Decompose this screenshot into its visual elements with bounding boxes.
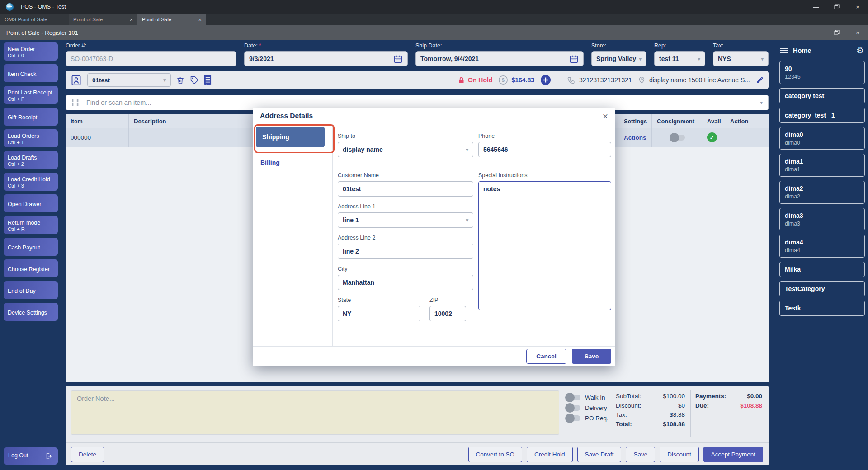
gear-icon[interactable]: ⚙	[856, 46, 864, 55]
calendar-icon[interactable]	[569, 54, 579, 64]
close-icon[interactable]: ×	[847, 0, 868, 14]
edit-address-button[interactable]	[756, 76, 764, 84]
credit-hold-button[interactable]: Credit Hold	[527, 446, 573, 462]
po-req-toggle[interactable]	[566, 415, 580, 421]
sidebar-button-load-drafts[interactable]: Load DraftsCtrl + 2	[4, 151, 58, 169]
column-header-item: Item	[66, 114, 129, 128]
category-card-dima2[interactable]: dima2dima2	[779, 181, 865, 204]
sidebar-button-open-drawer[interactable]: Open Drawer	[4, 194, 58, 212]
restore-icon[interactable]	[826, 25, 847, 40]
walk-in-toggle[interactable]	[566, 395, 580, 400]
balance-value: $164.83	[511, 76, 534, 84]
walk-in-toggle-row: Walk In	[566, 394, 610, 401]
state-field: State	[338, 297, 420, 321]
date-input[interactable]: 9/3/2021	[244, 51, 408, 66]
tab-close-icon[interactable]: ×	[129, 16, 133, 23]
category-card-category-test-1[interactable]: category_test _1	[779, 108, 865, 123]
cancel-button[interactable]: Cancel	[526, 349, 566, 364]
sidebar-button-print-last-receipt[interactable]: Print Last ReceiptCtrl + P	[4, 86, 58, 104]
sidebar-button-new-order[interactable]: New OrderCtrl + 0	[4, 42, 58, 61]
accept-payment-button[interactable]: Accept Payment	[703, 446, 763, 462]
receipt-button[interactable]	[204, 75, 212, 85]
discount-button[interactable]: Discount	[660, 446, 699, 462]
register-title: Point of Sale - Register 101	[6, 29, 78, 36]
rep-select[interactable]: test 11▾	[654, 51, 705, 66]
tag-button[interactable]	[190, 75, 199, 85]
chevron-down-icon[interactable]: ▾	[760, 100, 763, 106]
category-card-testk[interactable]: Testk	[779, 301, 865, 316]
customer-card-button[interactable]	[70, 74, 82, 86]
chevron-down-icon: ▾	[761, 56, 764, 62]
phone-value: 321231321321321	[579, 76, 632, 84]
customer-select[interactable]: 01test ▾	[87, 73, 171, 87]
consignment-toggle[interactable]	[670, 135, 685, 141]
button-shortcut: Ctrl + 2	[8, 161, 54, 168]
sidebar-button-gift-receipt[interactable]: Gift Receipt	[4, 108, 58, 126]
save-draft-button[interactable]: Save Draft	[577, 446, 622, 462]
item-search-input[interactable]	[86, 99, 755, 106]
zip-input[interactable]	[429, 306, 466, 321]
calendar-icon[interactable]	[393, 54, 403, 64]
ship-date-input[interactable]: Tomorrow, 9/4/2021	[415, 51, 584, 66]
category-card-90[interactable]: 9012345	[779, 61, 865, 84]
delete-order-button[interactable]	[176, 75, 185, 85]
convert-to-so-button[interactable]: Convert to SO	[468, 446, 523, 462]
sidebar-button-load-orders[interactable]: Load OrdersCtrl + 1	[4, 129, 58, 147]
tab-billing[interactable]: Billing	[260, 159, 280, 166]
divider	[478, 165, 611, 165]
sidebar-button-choose-register[interactable]: Choose Register	[4, 259, 58, 277]
logout-button[interactable]: Log Out	[4, 447, 58, 465]
sidebar-button-cash-payout[interactable]: Cash Payout	[4, 238, 58, 256]
delivery-toggle[interactable]	[566, 405, 580, 411]
delivery-toggle-row: Delivery	[566, 404, 610, 411]
order-number-input[interactable]: SO-0047063-D	[66, 51, 236, 66]
store-select[interactable]: Spring Valley▾	[591, 51, 646, 66]
sidebar-button-device-settings[interactable]: Device Settings	[4, 303, 58, 321]
sidebar-button-return-mode[interactable]: Return modeCtrl + R	[4, 216, 58, 234]
sidebar-button-end-of-day[interactable]: End of Day	[4, 281, 58, 299]
sidebar-button-item-check[interactable]: Item Check	[4, 64, 58, 82]
minimize-icon[interactable]: —	[806, 25, 826, 40]
special-instructions-input[interactable]: notes	[478, 181, 611, 310]
category-card-dima0[interactable]: dima0dima0	[779, 127, 865, 150]
totals-block: SubTotal:$100.00 Discount:$0 Tax:$8.88 T…	[610, 390, 690, 437]
ship-to-select[interactable]: display name ▾	[338, 142, 473, 157]
sidebar-button-load-credit-hold[interactable]: Load Credit HoldCtrl + 3	[4, 173, 58, 191]
add-payment-button[interactable]	[540, 75, 551, 85]
category-card-milka[interactable]: Milka	[779, 262, 865, 277]
address-line-2-input[interactable]	[338, 244, 473, 259]
delete-button[interactable]: Delete	[71, 446, 104, 462]
category-sidebar-header: Home ⚙	[779, 44, 865, 61]
order-note-input[interactable]	[71, 390, 559, 435]
category-card-dima1[interactable]: dima1dima1	[779, 154, 865, 177]
tab-oms-point-of-sale[interactable]: OMS Point of Sale	[0, 14, 69, 25]
phone-input[interactable]	[478, 142, 611, 157]
category-card-dima3[interactable]: dima3dima3	[779, 208, 865, 231]
minimize-icon[interactable]: —	[806, 0, 826, 14]
button-shortcut: Ctrl + P	[8, 96, 54, 103]
tab-point-of-sale-2-active[interactable]: Point of Sale ×	[137, 14, 206, 25]
button-label: Choose Register	[8, 266, 50, 273]
close-icon[interactable]: ×	[847, 25, 868, 40]
category-card-dima4[interactable]: dima4dima4	[779, 235, 865, 258]
actions-link[interactable]: Actions	[624, 134, 646, 141]
dollar-circle-icon: $	[498, 75, 508, 85]
close-icon[interactable]: ×	[603, 111, 608, 121]
restore-icon[interactable]	[826, 0, 847, 14]
customer-name-input[interactable]	[338, 181, 473, 197]
toggle-label: Walk In	[585, 394, 605, 401]
state-input[interactable]	[338, 306, 420, 321]
tab-close-icon[interactable]: ×	[198, 16, 202, 23]
save-button[interactable]: Save	[626, 446, 655, 462]
category-card-category-test[interactable]: category test	[779, 88, 865, 103]
address-line-1-select[interactable]: line 1 ▾	[338, 212, 473, 228]
due-row: Due:$108.88	[695, 402, 762, 409]
ship-date-label: Ship Date:	[415, 42, 584, 49]
phone-label: Phone	[478, 133, 611, 139]
city-input[interactable]	[338, 275, 473, 290]
menu-icon[interactable]	[780, 48, 788, 53]
category-card-testcategory[interactable]: TestCategory	[779, 281, 865, 296]
save-button[interactable]: Save	[572, 349, 611, 364]
tax-select[interactable]: NYS▾	[713, 51, 769, 66]
tab-point-of-sale-1[interactable]: Point of Sale ×	[69, 14, 137, 25]
